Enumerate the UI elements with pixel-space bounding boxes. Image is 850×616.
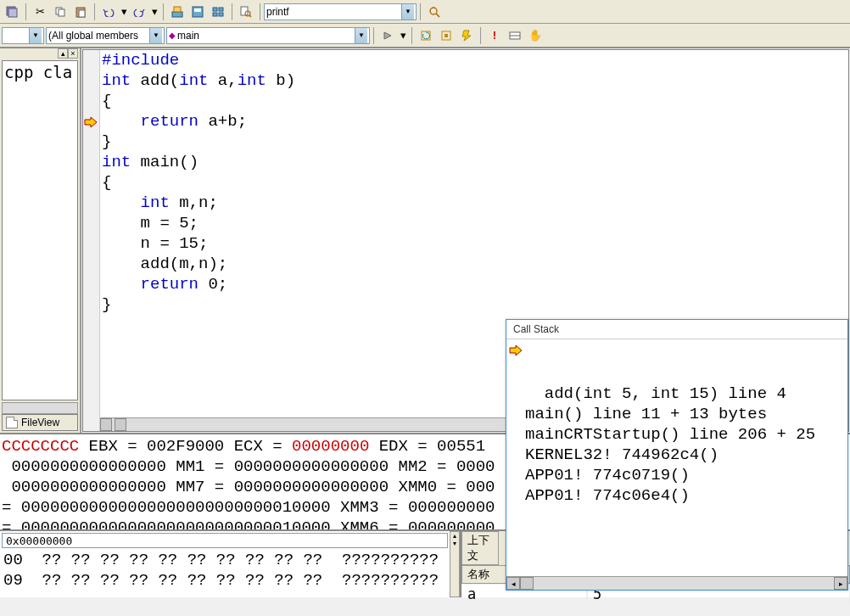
svg-rect-3	[59, 9, 64, 16]
output-icon[interactable]	[188, 3, 207, 21]
find-combo-text: printf	[266, 6, 289, 18]
memory-pane: 00 ?? ?? ?? ?? ?? ?? ?? ?? ?? ?? ???????…	[0, 531, 450, 597]
panel-split-icon[interactable]: ▴	[58, 48, 68, 59]
scroll-thumb[interactable]	[520, 577, 534, 590]
cut-icon[interactable]: ✂	[31, 3, 49, 21]
callstack-window[interactable]: Call Stack add(int 5, int 15) line 4 mai…	[506, 319, 848, 591]
workspace-panel: ▴ × cpp cla FileView	[0, 48, 81, 433]
watch-icon[interactable]	[506, 26, 524, 45]
member-combo[interactable]: ◆ main ▼	[166, 27, 370, 44]
chevron-down-icon[interactable]: ▼	[149, 28, 162, 43]
member-combo-text: main	[177, 30, 199, 42]
gutter[interactable]	[83, 50, 100, 431]
hand-icon[interactable]: ✋	[526, 26, 545, 45]
break-icon[interactable]	[457, 26, 476, 45]
chevron-down-icon[interactable]: ▼	[29, 28, 42, 43]
svg-rect-11	[219, 8, 223, 11]
scope-combo-text: (All global members	[48, 30, 138, 42]
svg-line-16	[249, 15, 251, 17]
watch-col-context[interactable]: 上下文	[461, 531, 499, 565]
paste-icon[interactable]	[71, 3, 90, 21]
window-list-icon[interactable]	[209, 3, 227, 21]
find-in-files-icon[interactable]	[237, 3, 255, 21]
diamond-icon: ◆	[169, 31, 176, 40]
copy-icon[interactable]	[51, 3, 70, 21]
tree-node-text: cpp cla	[4, 63, 72, 81]
scrollbar-horizontal[interactable]: ◂ ▸	[506, 576, 847, 590]
svg-rect-13	[219, 13, 223, 16]
svg-rect-7	[174, 7, 181, 12]
undo-icon[interactable]	[99, 3, 118, 21]
svg-rect-10	[213, 8, 217, 11]
chevron-down-icon[interactable]: ▼	[355, 28, 367, 43]
callstack-title[interactable]: Call Stack	[506, 320, 847, 339]
svg-point-17	[430, 8, 437, 14]
code-body[interactable]: #include int add(int a,int b) { return a…	[83, 50, 848, 315]
stop-debug-icon[interactable]	[437, 26, 456, 45]
file-icon	[6, 417, 18, 428]
memory-dump[interactable]: 00 ?? ?? ?? ?? ?? ?? ?? ?? ?? ?? ???????…	[0, 550, 450, 597]
exec-pointer-icon	[83, 115, 98, 130]
scroll-left-icon[interactable]: ◂	[506, 577, 520, 590]
callstack-body[interactable]: add(int 5, int 15) line 4 main() line 11…	[506, 339, 847, 576]
find-icon[interactable]	[425, 3, 444, 21]
panel-close-icon[interactable]: ×	[68, 48, 78, 59]
svg-rect-1	[8, 8, 17, 17]
exec-pointer-icon	[508, 343, 523, 358]
workspace-icon[interactable]	[168, 3, 187, 21]
scrollbar-horizontal[interactable]	[2, 402, 78, 414]
save-all-icon[interactable]	[3, 3, 21, 21]
fileview-tab[interactable]: FileView	[2, 414, 78, 431]
svg-rect-6	[172, 12, 182, 17]
memory-address-input[interactable]	[2, 533, 448, 548]
scope-combo[interactable]: (All global members ▼	[46, 27, 165, 44]
reg-ecx: 00000000	[292, 437, 369, 456]
reg-eax: CCCCCCCC	[2, 437, 79, 456]
redo-icon[interactable]	[130, 3, 148, 21]
svg-rect-5	[79, 10, 85, 17]
go-dropdown-icon[interactable]: ▾	[399, 26, 407, 45]
restart-debug-icon[interactable]	[417, 26, 435, 45]
svg-line-18	[436, 14, 439, 17]
exclaim-icon[interactable]: !	[485, 26, 504, 45]
scroll-right-icon[interactable]: ▸	[834, 577, 847, 590]
class-tree[interactable]: cpp cla	[2, 60, 78, 400]
fileview-label: FileView	[21, 417, 59, 428]
scrollbar-vertical[interactable]: ▴ ▾	[450, 531, 460, 597]
toolbar-wizbar: ▼ (All global members ▼ ◆ main ▼ ▾ ! ✋	[0, 24, 850, 48]
undo-dropdown-icon[interactable]: ▾	[120, 3, 128, 21]
redo-dropdown-icon[interactable]: ▾	[150, 3, 159, 21]
svg-rect-9	[194, 8, 201, 12]
svg-rect-21	[445, 34, 448, 37]
toolbar-standard: ✂ ▾ ▾ printf ▼	[0, 0, 850, 24]
go-icon[interactable]	[378, 26, 397, 45]
class-combo[interactable]: ▼	[2, 27, 44, 44]
find-combo[interactable]: printf ▼	[264, 3, 417, 20]
svg-rect-12	[213, 13, 217, 16]
chevron-down-icon[interactable]: ▼	[401, 4, 414, 20]
